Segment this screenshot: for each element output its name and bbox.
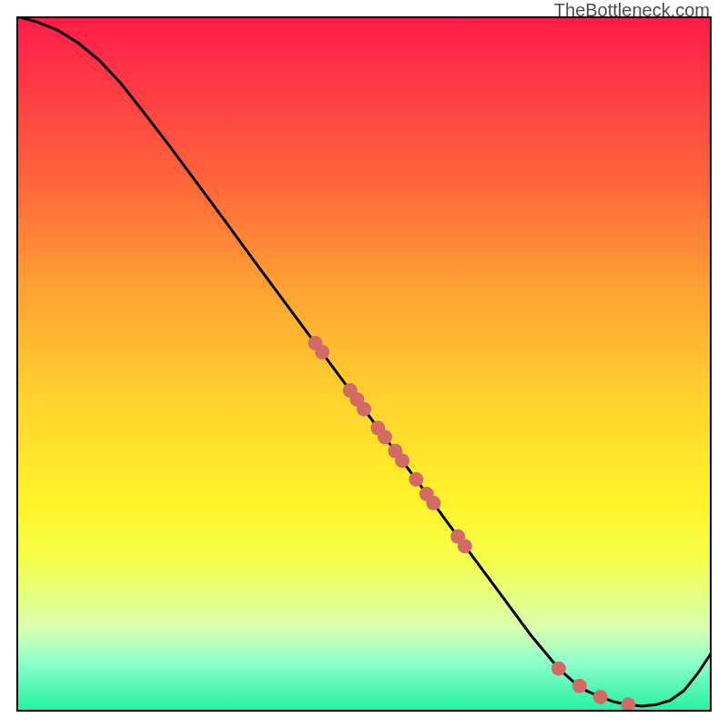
plot-background-gradient	[16, 16, 712, 712]
attribution-label: TheBottleneck.com	[554, 0, 710, 21]
chart-container: TheBottleneck.com	[0, 0, 728, 728]
